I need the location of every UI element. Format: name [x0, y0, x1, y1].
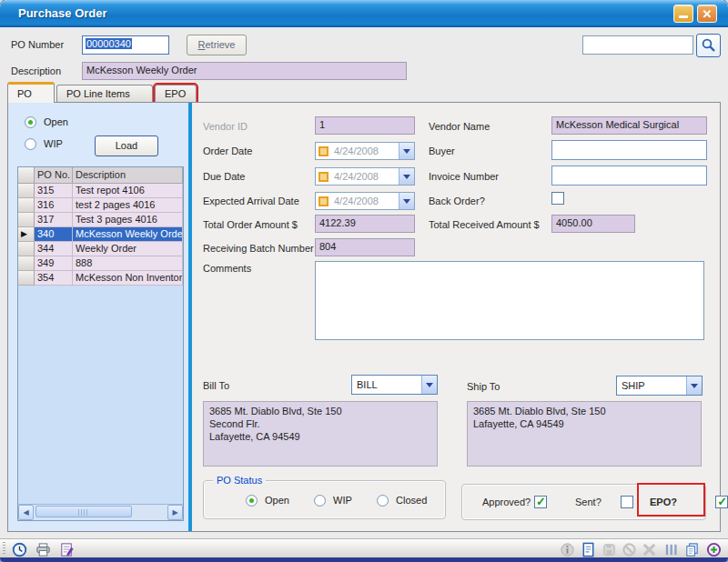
po-no-cell: 344 — [35, 242, 73, 256]
scrollbar-track[interactable] — [34, 505, 167, 520]
total-order-amount-label: Total Order Amount $ — [203, 219, 298, 230]
ship-to-dropdown-button[interactable] — [686, 376, 702, 395]
table-row[interactable]: 344 Weekly Order — [18, 242, 183, 256]
radio-status-closed[interactable] — [377, 495, 389, 507]
ship-to-dropdown[interactable]: SHIP — [616, 376, 703, 396]
clock-icon[interactable] — [11, 541, 27, 557]
description-cell: 888 — [73, 256, 183, 271]
close-icon: ✕ — [703, 7, 713, 21]
grid-header-po-no[interactable]: PO No. — [35, 167, 73, 184]
chevron-down-icon — [426, 383, 433, 391]
bill-to-dropdown[interactable]: BILL — [351, 375, 438, 395]
scroll-right-button[interactable]: ▶ — [167, 505, 183, 520]
edit-note-icon[interactable] — [58, 541, 75, 557]
grid-header-description[interactable]: Description — [73, 167, 183, 184]
sent-checkbox[interactable] — [621, 496, 633, 508]
copy-icon[interactable] — [683, 541, 700, 557]
table-row[interactable]: 354 McKesson Non Inventory — [18, 271, 183, 286]
due-date-dropdown-button[interactable] — [399, 168, 414, 185]
scroll-left-button[interactable]: ◀ — [18, 505, 34, 520]
due-date-value: 4/24/2008 — [329, 171, 399, 182]
expected-arrival-date-label: Expected Arrival Date — [203, 196, 299, 206]
expected-arrival-date-picker[interactable]: 4/24/2008 — [315, 192, 415, 210]
table-row[interactable]: 349 888 — [18, 256, 183, 271]
po-number-value: 00000340 — [86, 38, 132, 49]
grid-empty-area — [18, 286, 183, 504]
po-no-cell: 317 — [35, 213, 73, 227]
titlebar[interactable]: Purchase Order ✕ — [0, 0, 728, 27]
scrollbar-thumb[interactable] — [35, 506, 132, 517]
status-toolbar — [0, 538, 728, 557]
description-cell: Test repot 4106 — [73, 184, 183, 198]
order-date-label: Order Date — [203, 146, 252, 156]
radio-status-wip[interactable] — [314, 495, 326, 507]
radio-wip-label: WIP — [44, 138, 63, 149]
row-selector[interactable] — [18, 198, 35, 213]
vendor-id-label: Vendor ID — [203, 121, 248, 132]
ship-to-dropdown-value: SHIP — [617, 380, 686, 391]
buyer-input[interactable] — [551, 140, 707, 160]
row-selector[interactable] — [18, 227, 35, 242]
radio-status-wip-label: WIP — [333, 495, 352, 506]
vendor-id-field: 1 — [315, 116, 415, 135]
search-icon — [701, 37, 716, 55]
due-date-picker[interactable]: 4/24/2008 — [315, 167, 415, 186]
invoice-number-input[interactable] — [551, 166, 707, 186]
row-selector[interactable] — [18, 271, 35, 286]
tab-po-line-items[interactable]: PO Line Items — [56, 85, 153, 103]
vendor-name-label: Vendor Name — [429, 121, 490, 132]
add-record-icon[interactable] — [705, 541, 722, 557]
retrieve-button[interactable]: Retrieve — [187, 35, 247, 55]
approved-label: Approved? — [482, 497, 531, 507]
radio-open-label: Open — [44, 116, 68, 127]
order-date-picker[interactable]: 4/24/2008 — [315, 142, 415, 160]
table-row[interactable]: 316 test 2 pages 4016 — [18, 198, 183, 213]
grid-horizontal-scrollbar[interactable]: ◀ ▶ — [18, 504, 183, 520]
new-document-icon[interactable] — [580, 541, 596, 557]
chevron-down-icon — [403, 199, 410, 207]
grip-bars-icon[interactable] — [662, 541, 679, 557]
comments-textarea[interactable] — [315, 261, 704, 340]
expected-arrival-dropdown-button[interactable] — [399, 193, 414, 209]
radio-open[interactable] — [25, 116, 36, 128]
bill-to-dropdown-button[interactable] — [421, 376, 437, 394]
table-row[interactable]: 340 McKesson Weekly Order — [18, 227, 183, 242]
row-selector[interactable] — [18, 213, 35, 227]
cancel-icon — [621, 541, 637, 557]
table-row[interactable]: 315 Test repot 4106 — [18, 184, 183, 198]
tab-po[interactable]: PO — [7, 82, 55, 103]
back-order-checkbox[interactable] — [551, 192, 564, 205]
date-checkbox-icon[interactable] — [318, 196, 329, 206]
po-number-input[interactable]: 00000340 — [82, 35, 169, 55]
po-number-label: PO Number — [11, 39, 64, 50]
date-checkbox-icon[interactable] — [318, 172, 329, 182]
toolbar-grip[interactable] — [3, 542, 5, 556]
load-button[interactable]: Load — [95, 135, 158, 156]
date-checkbox-icon[interactable] — [318, 146, 329, 156]
description-field[interactable]: McKesson Weekly Order — [82, 62, 407, 80]
print-icon[interactable] — [35, 541, 51, 557]
epo-flag-highlight — [637, 483, 705, 517]
chevron-down-icon — [403, 149, 410, 157]
back-order-label: Back Order? — [429, 196, 485, 206]
epo-checkbox[interactable] — [715, 496, 728, 508]
table-row[interactable]: 317 Test 3 pages 4016 — [18, 213, 183, 227]
row-selector[interactable] — [18, 184, 35, 198]
search-button[interactable] — [696, 34, 721, 57]
radio-wip[interactable] — [25, 138, 36, 150]
order-date-dropdown-button[interactable] — [399, 143, 414, 159]
total-received-amount-field: 4050.00 — [551, 215, 635, 233]
row-selector[interactable] — [18, 242, 35, 256]
total-order-amount-field: 4122.39 — [315, 215, 415, 233]
tab-epo[interactable]: EPO — [155, 85, 197, 103]
radio-status-open[interactable] — [246, 495, 258, 507]
tabstrip: PO PO Line Items EPO — [7, 82, 198, 103]
close-button[interactable]: ✕ — [697, 5, 717, 23]
approved-checkbox[interactable] — [534, 496, 547, 508]
minimize-button[interactable] — [673, 5, 693, 23]
po-status-title: PO Status — [213, 475, 266, 486]
grid-header-row: PO No. Description — [18, 167, 183, 184]
search-input[interactable] — [582, 35, 693, 55]
row-selector[interactable] — [18, 256, 35, 271]
vendor-name-field: McKesson Medical Surgical — [551, 116, 707, 135]
